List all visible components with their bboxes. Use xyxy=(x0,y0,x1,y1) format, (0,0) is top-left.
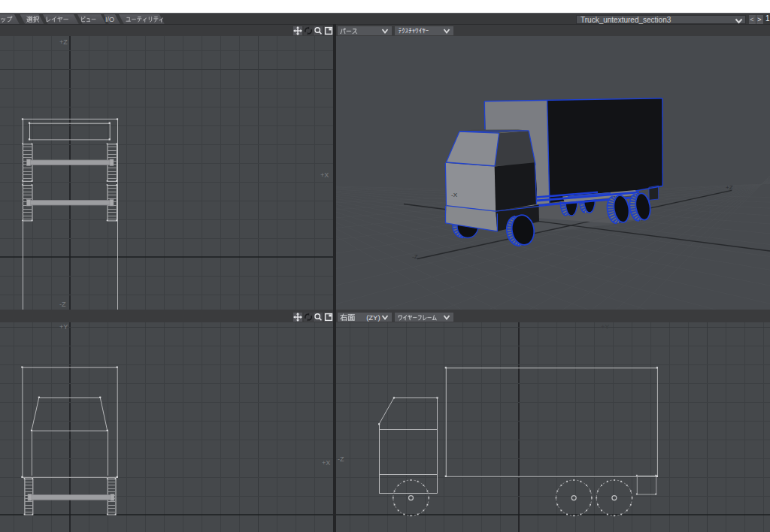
svg-text:+X: +X xyxy=(322,459,330,467)
svg-text:-Z: -Z xyxy=(59,301,66,308)
svg-text:+Y: +Y xyxy=(59,323,68,331)
svg-text:+Z: +Z xyxy=(726,184,733,191)
svg-text:+X: +X xyxy=(320,171,329,179)
svg-text:+Y: +Y xyxy=(601,323,609,331)
svg-text:-Z: -Z xyxy=(412,253,418,260)
svg-text:-Z: -Z xyxy=(338,455,344,463)
svg-text:-X: -X xyxy=(451,192,458,198)
svg-text:+Z: +Z xyxy=(59,38,68,46)
